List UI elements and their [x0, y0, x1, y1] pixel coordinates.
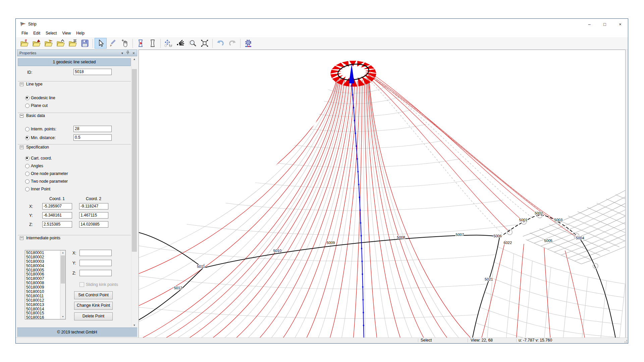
- radio-inner-point-label: Inner Point: [31, 187, 50, 191]
- scrollbar-thumb[interactable]: [61, 255, 65, 284]
- ip-x-label: X:: [72, 251, 76, 255]
- menu-select[interactable]: Select: [43, 30, 59, 37]
- select-tool-button[interactable]: [95, 38, 107, 49]
- coord2-x-field[interactable]: -9.118247: [79, 203, 108, 209]
- section-intermediate-points[interactable]: Intermediate points: [20, 236, 60, 240]
- settings-gear-button[interactable]: [242, 38, 254, 48]
- undo-icon: [216, 39, 225, 48]
- open-triangle-folder-button[interactable]: [31, 38, 43, 48]
- list-item[interactable]: 50180001: [25, 251, 60, 255]
- move-view-button[interactable]: [162, 38, 174, 48]
- properties-panel-titlebar[interactable]: Properties ▾ ×: [17, 50, 137, 56]
- strip-outline-button[interactable]: [147, 38, 159, 48]
- panel-dropdown-icon[interactable]: ▾: [121, 52, 123, 55]
- zoom-button[interactable]: [186, 38, 199, 48]
- coord1-x-field[interactable]: -5.285907: [42, 203, 72, 209]
- open-hash-folder-button[interactable]: #: [18, 38, 31, 48]
- panel-scrollbar[interactable]: ▲ ▼: [131, 56, 137, 328]
- list-item[interactable]: 50180013: [25, 303, 60, 307]
- scroll-up-icon[interactable]: ▲: [60, 250, 65, 255]
- radio-geodesic-line[interactable]: [25, 96, 30, 100]
- zoom-window-button[interactable]: [199, 38, 211, 48]
- delete-point-button[interactable]: Delete Point: [74, 312, 113, 320]
- pan-hand-button[interactable]: [119, 38, 131, 48]
- radio-angles[interactable]: [25, 164, 30, 168]
- radio-min-distance[interactable]: [25, 136, 30, 140]
- edit-pencil-button[interactable]: [107, 38, 119, 48]
- save-button[interactable]: [79, 38, 91, 48]
- menu-help[interactable]: Help: [73, 30, 87, 37]
- menu-view[interactable]: View: [59, 30, 73, 37]
- status-view: View: 22, 68: [471, 338, 493, 343]
- membrane-drawing[interactable]: 5010500950085007500660225005500150025003…: [139, 50, 625, 338]
- coord2-z-field[interactable]: 14.020885: [79, 221, 108, 228]
- section-specification[interactable]: Specification: [20, 145, 49, 149]
- radio-plane-cut[interactable]: [25, 104, 30, 108]
- radio-cart-coord[interactable]: [25, 156, 30, 161]
- undo-button[interactable]: [214, 38, 226, 48]
- strip-red-arrow-icon: [136, 39, 145, 48]
- coord1-y-field[interactable]: -6.348161: [42, 212, 72, 219]
- collapse-icon[interactable]: [20, 236, 23, 240]
- ip-x-field[interactable]: [79, 250, 112, 256]
- id-field[interactable]: 5018: [73, 69, 112, 75]
- list-item[interactable]: 50180003: [25, 259, 60, 264]
- app-logo-icon: [20, 21, 26, 27]
- panel-pin-icon[interactable]: [126, 50, 129, 56]
- list-scrollbar[interactable]: ▲ ▼: [60, 250, 65, 319]
- open-logo-folder-icon: [44, 39, 53, 48]
- open-caret-folder-button[interactable]: [55, 38, 67, 48]
- rays-button[interactable]: [174, 38, 186, 48]
- ip-z-field[interactable]: [79, 270, 112, 276]
- menu-edit[interactable]: Edit: [31, 30, 43, 37]
- collapse-icon[interactable]: [20, 114, 23, 118]
- scrollbar-thumb[interactable]: [132, 69, 137, 252]
- intermediate-points-list[interactable]: 5018000150180002501800035018000450180005…: [25, 250, 66, 319]
- status-bar: Select View: 22, 68 u: -7.787 v: 15.760: [16, 338, 628, 343]
- resize-grip[interactable]: [623, 339, 628, 343]
- drawing-canvas[interactable]: 5010500950085007500660225005500150025003…: [139, 50, 626, 338]
- section-separator: [18, 113, 131, 113]
- min-distance-field[interactable]: 0.5: [73, 134, 112, 141]
- window-title: Strip: [28, 22, 37, 26]
- edit-pencil-icon: [108, 39, 117, 48]
- toolbar-separator: [93, 39, 93, 48]
- panel-close-icon[interactable]: ×: [132, 52, 135, 55]
- radio-geodesic-line-label: Geodesic line: [31, 96, 55, 100]
- scroll-down-icon[interactable]: ▼: [60, 314, 65, 319]
- list-item[interactable]: 50180016: [25, 315, 60, 319]
- strip-red-arrow-button[interactable]: [135, 38, 147, 48]
- radio-inner-point[interactable]: [25, 187, 30, 191]
- list-item[interactable]: 50180002: [25, 255, 60, 259]
- coord2-y-field[interactable]: 1.467115: [79, 212, 108, 219]
- list-item[interactable]: 50180010: [25, 290, 60, 294]
- list-item[interactable]: 50180012: [25, 298, 60, 303]
- set-control-point-button[interactable]: Set Control Point: [74, 291, 113, 299]
- sliding-kink-checkbox[interactable]: [79, 282, 84, 287]
- radio-one-node[interactable]: [25, 172, 30, 176]
- section-basic-data[interactable]: Basic data: [20, 113, 45, 118]
- radio-interm-points[interactable]: [25, 127, 30, 131]
- maximize-button[interactable]: □: [597, 19, 612, 30]
- collapse-icon[interactable]: [20, 82, 23, 86]
- section-line-type[interactable]: Line type: [20, 82, 43, 86]
- coord1-z-field[interactable]: 2.515385: [42, 221, 72, 228]
- line-id-label: 5008: [397, 235, 405, 239]
- interm-points-field[interactable]: 28: [73, 126, 112, 132]
- list-item[interactable]: 50180011: [25, 294, 60, 298]
- scroll-up-icon[interactable]: ▲: [131, 56, 137, 62]
- open-beam-folder-button[interactable]: [67, 38, 79, 48]
- open-beam-folder-icon: [68, 39, 77, 48]
- list-item[interactable]: 50180004: [25, 264, 60, 268]
- menu-file[interactable]: File: [19, 30, 31, 37]
- minimize-button[interactable]: –: [582, 19, 597, 30]
- ip-y-field[interactable]: [79, 260, 112, 266]
- change-kink-point-button[interactable]: Change Kink Point: [74, 302, 113, 310]
- close-button[interactable]: ×: [612, 19, 628, 30]
- radio-two-node[interactable]: [25, 179, 30, 184]
- open-logo-folder-button[interactable]: [43, 38, 55, 48]
- redo-button[interactable]: [226, 38, 238, 48]
- collapse-icon[interactable]: [20, 145, 23, 149]
- line-id-label: 5007: [456, 233, 464, 237]
- settings-gear-icon: [244, 39, 253, 48]
